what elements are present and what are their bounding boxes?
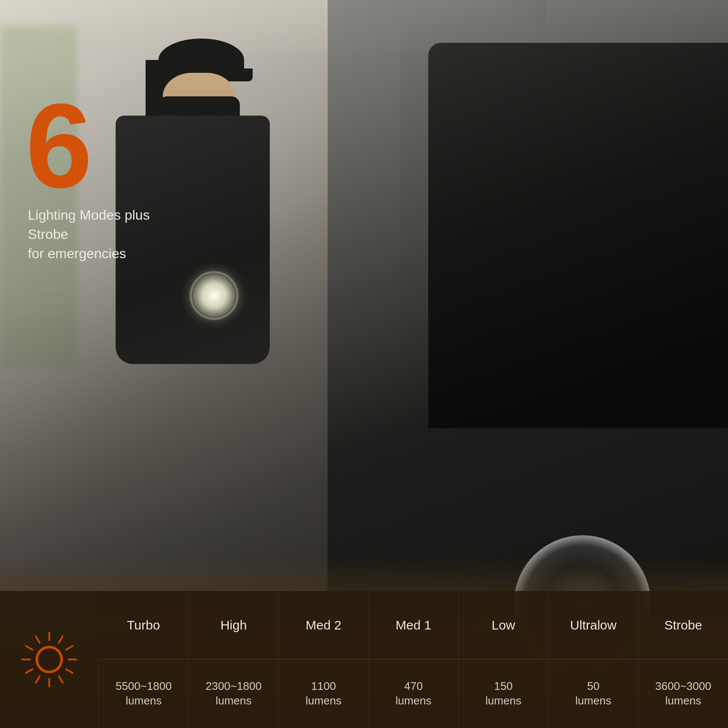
mode-value-strobe: 3600~3000 lumens — [638, 659, 728, 728]
mode-divider — [98, 659, 728, 659]
mode-name-strobe: Strobe — [638, 591, 728, 659]
mode-name-high: High — [188, 591, 278, 659]
person-head — [150, 34, 244, 120]
mode-name-med1: Med 1 — [368, 591, 458, 659]
sun-ray-7 — [35, 675, 41, 684]
sun-ray-9 — [21, 659, 31, 660]
mode-value-high: 2300~1800 lumens — [188, 659, 278, 728]
flashlight — [193, 274, 236, 317]
sun-ray-1 — [58, 635, 64, 644]
sun-ray-5 — [58, 675, 64, 684]
sun-ray-10 — [25, 645, 34, 651]
main-container: 6 Lighting Modes plus Strobe for emergen… — [0, 0, 728, 728]
modes-grid: Turbo High Med 2 Med 1 Low Ultralow Stro… — [98, 591, 728, 728]
six-number: 6 — [26, 86, 92, 206]
car-body — [428, 43, 728, 428]
sun-area — [0, 591, 98, 728]
sun-ray-6 — [48, 678, 50, 687]
lighting-line1: Lighting Modes plus Strobe — [28, 207, 150, 242]
mode-value-med1: 470 lumens — [368, 659, 458, 728]
sun-ray-0 — [48, 632, 50, 641]
mode-name-low: Low — [458, 591, 548, 659]
sun-ray-2 — [65, 645, 74, 651]
sun-ray-8 — [25, 668, 34, 674]
mode-value-turbo: 5500~1800 lumens — [98, 659, 188, 728]
mode-value-med2: 1100 lumens — [278, 659, 368, 728]
sun-circle — [36, 646, 63, 673]
mode-name-ultralow: Ultralow — [548, 591, 638, 659]
lighting-modes-text: Lighting Modes plus Strobe for emergenci… — [28, 206, 178, 263]
sun-icon — [21, 632, 77, 687]
lighting-line2: for emergencies — [28, 246, 126, 261]
mode-name-med2: Med 2 — [278, 591, 368, 659]
sun-ray-4 — [65, 668, 74, 674]
mode-name-turbo: Turbo — [98, 591, 188, 659]
sun-ray-3 — [68, 659, 77, 660]
sun-ray-11 — [35, 635, 41, 644]
mode-value-low: 150 lumens — [458, 659, 548, 728]
bottom-bar: Turbo High Med 2 Med 1 Low Ultralow Stro… — [0, 591, 728, 728]
mode-value-ultralow: 50 lumens — [548, 659, 638, 728]
